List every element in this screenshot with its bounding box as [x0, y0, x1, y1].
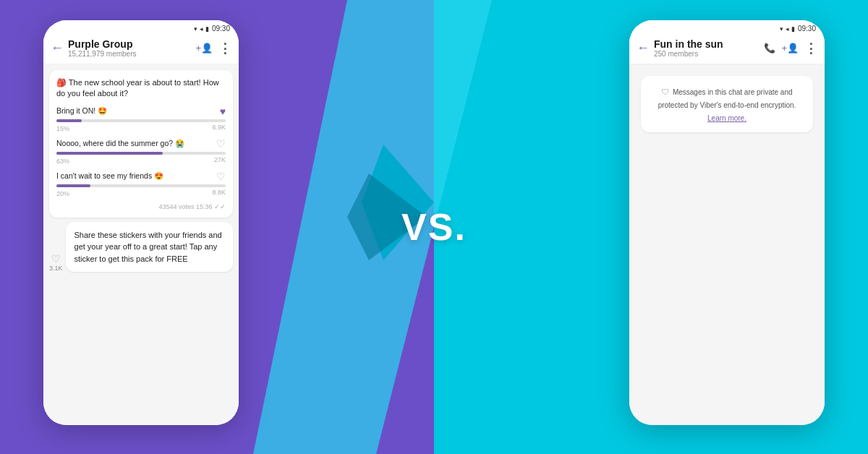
- signal-icon: ◂: [200, 25, 203, 33]
- add-member-icon-left[interactable]: +👤: [195, 43, 213, 53]
- back-button-left[interactable]: ←: [51, 40, 64, 56]
- poll-bar-fill-2: [56, 152, 163, 155]
- poll-time: 15:36: [196, 203, 213, 210]
- poll-option-1-text: Bring it ON! 🤩: [56, 106, 220, 116]
- phone-left: ▾ ◂ ▮ 09:30 ← Purple Group 15,211,979 me…: [43, 20, 239, 425]
- back-button-right[interactable]: ←: [637, 40, 650, 56]
- poll-pct-3: 20%: [56, 190, 69, 197]
- message-text-left: Share these stickers with your friends a…: [75, 229, 224, 265]
- poll-option-1-heart[interactable]: ♥: [220, 106, 226, 117]
- add-member-icon-right[interactable]: +👤: [781, 43, 799, 53]
- message-bubble-left: Share these stickers with your friends a…: [66, 222, 233, 273]
- call-icon-right[interactable]: 📞: [764, 43, 775, 53]
- poll-footer: 43544 votes 15:36 ✓✓: [56, 203, 226, 210]
- more-options-icon-right[interactable]: ⋮: [804, 40, 817, 56]
- status-bar-right: ▾ ◂ ▮ 09:30: [629, 20, 825, 34]
- signal-icons-left: ▾ ◂ ▮: [194, 25, 209, 33]
- battery-icon: ▮: [205, 25, 209, 33]
- info-bubble-text: Messages in this chat are private and pr…: [658, 88, 796, 122]
- chat-title-right: Fun in the sun: [654, 38, 760, 50]
- battery-icon-right: ▮: [791, 25, 795, 33]
- header-icons-left: +👤 ⋮: [195, 40, 231, 56]
- header-icons-right: 📞 +👤 ⋮: [764, 40, 817, 56]
- poll-option-1: Bring it ON! 🤩 ♥ 15% 6.9K: [56, 106, 226, 132]
- poll-option-2-heart[interactable]: ♡: [216, 138, 226, 150]
- chat-title-area-right: Fun in the sun 250 members: [654, 38, 760, 58]
- poll-option-2: Noooo, where did the summer go? 😭 ♡ 63% …: [56, 138, 226, 165]
- poll-votes: 43544 votes: [158, 203, 194, 210]
- poll-question: 🎒 The new school year is about to start!…: [56, 77, 226, 100]
- vs-label: VS.: [401, 205, 467, 249]
- chat-header-left: ← Purple Group 15,211,979 members +👤 ⋮: [43, 34, 239, 64]
- phone-right: ▾ ◂ ▮ 09:30 ← Fun in the sun 250 members…: [629, 20, 825, 425]
- poll-bar-bg-1: [56, 119, 226, 122]
- poll-bar-bg-2: [56, 152, 226, 155]
- status-bar-left: ▾ ◂ ▮ 09:30: [43, 20, 239, 34]
- wifi-icon: ▾: [194, 25, 197, 33]
- poll-option-3: I can't wait to see my friends 😍 ♡ 20% 8…: [56, 171, 226, 197]
- poll-count-3: 8.8K: [212, 189, 226, 197]
- more-options-icon-left[interactable]: ⋮: [218, 40, 231, 56]
- poll-count-2: 27K: [214, 156, 226, 165]
- poll-pct-2: 63%: [56, 158, 69, 165]
- message-row: ♡ 3.1K Share these stickers with your fr…: [49, 222, 233, 273]
- poll-option-3-heart[interactable]: ♡: [216, 171, 226, 182]
- wifi-icon-right: ▾: [780, 25, 783, 33]
- like-heart-icon[interactable]: ♡: [51, 253, 61, 265]
- chat-body-right: 🛡 Messages in this chat are private and …: [629, 64, 825, 425]
- poll-bar-fill-1: [56, 119, 82, 122]
- poll-bubble: 🎒 The new school year is about to start!…: [49, 70, 233, 218]
- poll-option-2-text: Noooo, where did the summer go? 😭: [56, 139, 216, 148]
- info-bubble-content: 🛡 Messages in this chat are private and …: [650, 85, 804, 124]
- chat-body-left: 🎒 The new school year is about to start!…: [43, 64, 239, 425]
- poll-option-3-text: I can't wait to see my friends 😍: [56, 171, 216, 181]
- time-right: 09:30: [798, 25, 816, 33]
- chat-title-left: Purple Group: [68, 38, 191, 50]
- chat-title-area-left: Purple Group 15,211,979 members: [68, 38, 191, 58]
- signal-icon-right: ◂: [786, 25, 789, 33]
- poll-bar-fill-3: [56, 184, 90, 187]
- signal-icons-right: ▾ ◂ ▮: [780, 25, 795, 33]
- learn-more-link[interactable]: Learn more.: [707, 114, 746, 122]
- chat-subtitle-left: 15,211,979 members: [68, 50, 191, 58]
- chat-header-right: ← Fun in the sun 250 members 📞 +👤 ⋮: [629, 34, 825, 64]
- info-bubble: 🛡 Messages in this chat are private and …: [641, 76, 813, 132]
- poll-count-1: 6.9K: [212, 124, 226, 132]
- chat-subtitle-right: 250 members: [654, 50, 760, 58]
- poll-pct-1: 15%: [56, 125, 69, 132]
- poll-bar-bg-3: [56, 184, 226, 187]
- shield-icon: 🛡: [661, 87, 669, 96]
- time-left: 09:30: [212, 25, 230, 33]
- like-side: ♡ 3.1K: [49, 253, 63, 272]
- poll-checkmarks: ✓✓: [214, 203, 226, 210]
- like-count: 3.1K: [49, 265, 63, 272]
